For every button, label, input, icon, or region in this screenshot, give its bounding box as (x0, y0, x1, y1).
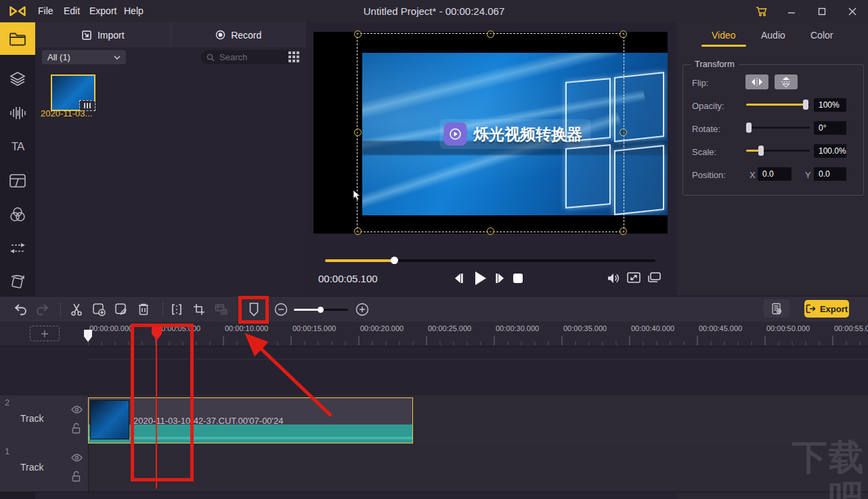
rotate-slider[interactable] (746, 123, 810, 133)
rotate-value[interactable]: 0° (814, 121, 846, 135)
scale-value[interactable]: 100.0% (814, 144, 846, 158)
search-input[interactable] (218, 51, 275, 63)
flip-horizontal-icon (751, 78, 763, 86)
paste-button[interactable] (112, 301, 130, 318)
cut-button[interactable] (68, 301, 85, 318)
selection-handle-ne[interactable] (620, 30, 627, 38)
selection-handle-nw[interactable] (354, 30, 362, 38)
scene-detect-button[interactable] (213, 301, 230, 318)
maximize-button[interactable] (810, 0, 833, 22)
preview-seek-knob[interactable] (391, 257, 398, 264)
selection-handle-w[interactable] (354, 129, 362, 136)
timeline-zoom-slider[interactable] (294, 307, 348, 313)
prev-frame-button[interactable] (452, 272, 464, 284)
tab-audio[interactable]: Audio (758, 28, 788, 42)
zoom-out-button[interactable] (272, 301, 290, 318)
stop-button[interactable] (513, 273, 523, 284)
current-time: 00:00:05.100 (318, 273, 378, 284)
mouse-cursor (353, 190, 361, 201)
sidebar-item-text[interactable]: TA (0, 131, 35, 163)
sidebar-item-media[interactable] (0, 22, 35, 55)
track-label: Track (20, 413, 43, 424)
sidebar-item-filters[interactable] (0, 198, 35, 231)
crop-button[interactable] (190, 301, 208, 318)
media-filter-dropdown[interactable]: All (1) (42, 50, 126, 64)
delete-button[interactable] (135, 301, 152, 318)
search-box (201, 50, 293, 64)
transform-legend: Transform (691, 59, 739, 69)
flip-horizontal-button[interactable] (745, 74, 768, 89)
opacity-value[interactable]: 100% (814, 98, 846, 112)
ruler-label: 00:00:20.000 (360, 324, 404, 332)
position-y-input[interactable]: 0.0 (814, 167, 846, 181)
annotation-arrow (237, 327, 339, 422)
scale-slider[interactable] (746, 146, 810, 156)
add-track-button[interactable] (30, 326, 60, 341)
tab-video[interactable]: Video (709, 28, 739, 42)
export-button[interactable]: Export (804, 300, 849, 318)
selection-handle-n[interactable] (487, 30, 494, 38)
fit-screen-button[interactable] (627, 272, 641, 283)
grid-view-icon[interactable] (288, 51, 300, 63)
track-1-header: 1 Track (0, 444, 89, 492)
window-title: Untitled Project* - 00:00:24.067 (0, 0, 868, 22)
position-y-label: Y (805, 170, 811, 180)
eye-icon[interactable] (71, 406, 83, 414)
close-button[interactable] (841, 0, 864, 22)
flip-vertical-icon (781, 77, 791, 87)
undo-button[interactable] (12, 301, 29, 318)
zoom-in-button[interactable] (353, 301, 371, 318)
sidebar-item-transitions[interactable] (0, 232, 35, 265)
ruler-label: 00:00:45.000 (699, 324, 742, 332)
sidebar-item-elements[interactable] (0, 63, 35, 95)
sidebar-item-split-screen[interactable] (0, 165, 35, 197)
app-window: File Edit Export Help Untitled Project* … (0, 0, 868, 499)
preview-seek-fill (325, 259, 394, 262)
ruler-label: 00:00:25.000 (428, 324, 471, 332)
lock-open-icon[interactable] (71, 471, 81, 482)
eye-icon[interactable] (71, 454, 83, 462)
selection-handle-e[interactable] (620, 129, 627, 136)
track-number: 1 (5, 446, 9, 456)
minimize-button[interactable] (780, 0, 803, 22)
annotation-box-playhead (131, 324, 194, 481)
selection-handle-se[interactable] (620, 227, 627, 235)
import-icon (81, 30, 92, 41)
dual-screen-button[interactable] (647, 272, 661, 283)
export-button-label: Export (820, 304, 848, 314)
selection-box[interactable] (357, 33, 624, 232)
flip-vertical-button[interactable] (775, 74, 798, 89)
media-filter-value: All (1) (47, 52, 70, 62)
media-clip-thumbnail[interactable] (51, 74, 95, 111)
tab-record-label: Record (231, 30, 261, 41)
sidebar-item-audio[interactable] (0, 97, 35, 129)
split-button[interactable] (168, 301, 186, 318)
tab-color[interactable]: Color (808, 28, 836, 42)
redo-button[interactable] (34, 301, 51, 318)
media-clip-name: 2020-11-03... (41, 108, 115, 118)
ruler-label: 00:00:35.000 (563, 324, 607, 332)
tab-import[interactable]: Import (35, 22, 171, 47)
title-bar: File Edit Export Help Untitled Project* … (0, 0, 868, 22)
duplicate-button[interactable] (90, 301, 108, 318)
rotate-label: Rotate: (692, 124, 720, 134)
position-label: Position: (692, 170, 726, 180)
next-frame-button[interactable] (494, 272, 506, 284)
record-icon (215, 30, 225, 40)
export-icon (806, 304, 816, 313)
selection-handle-s[interactable] (487, 227, 494, 235)
position-x-input[interactable]: 0.0 (758, 167, 791, 181)
scale-label: Scale: (692, 147, 716, 157)
play-button[interactable] (472, 270, 488, 286)
tab-record[interactable]: Record (171, 22, 307, 47)
clip-thumbnail (91, 401, 129, 439)
opacity-slider[interactable] (746, 100, 810, 110)
volume-button[interactable] (607, 272, 620, 284)
lock-open-icon[interactable] (71, 422, 81, 434)
sidebar-item-motion[interactable] (0, 266, 35, 299)
timeline-toolbar (0, 296, 868, 323)
selection-handle-sw[interactable] (354, 227, 362, 235)
media-tabbar: Import Record (35, 22, 306, 48)
render-settings-button[interactable] (764, 299, 789, 318)
cart-icon[interactable] (750, 0, 773, 22)
